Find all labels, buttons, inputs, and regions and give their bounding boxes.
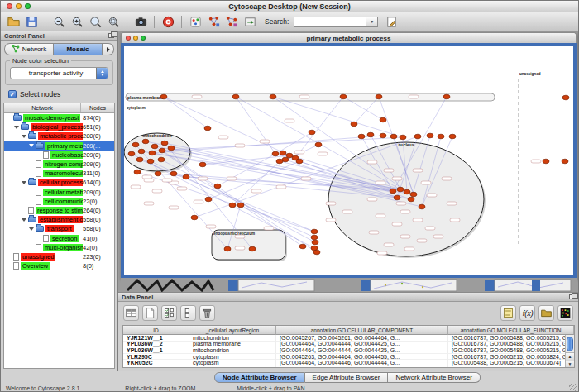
network-node[interactable]: [443, 94, 450, 99]
tab-network[interactable]: Network: [4, 43, 53, 55]
tree-row[interactable]: macromolecule311(0): [4, 169, 114, 178]
float-panel-icon[interactable]: [569, 294, 575, 299]
network-node[interactable]: [232, 94, 239, 99]
network-node[interactable]: [419, 204, 425, 209]
network-node[interactable]: [272, 151, 279, 156]
network-node[interactable]: [410, 192, 417, 197]
network-node[interactable]: [132, 142, 139, 147]
network-node[interactable]: [543, 159, 549, 164]
search-dropdown-button[interactable]: ▼: [366, 17, 378, 27]
table-column-header[interactable]: ID: [123, 326, 189, 335]
network-node[interactable]: [380, 117, 386, 122]
network-node[interactable]: [149, 151, 156, 155]
network-node[interactable]: [367, 132, 374, 137]
search-input[interactable]: [294, 17, 366, 27]
network-node[interactable]: [358, 134, 365, 139]
network-node[interactable]: [138, 149, 145, 154]
network-node[interactable]: [214, 184, 221, 189]
network-node[interactable]: [414, 134, 421, 139]
tree-row[interactable]: cellular process614(0): [4, 178, 114, 187]
network-node[interactable]: [147, 159, 154, 164]
node-color-dropdown[interactable]: transporter activity: [10, 67, 108, 79]
zoom-out-icon[interactable]: [50, 13, 67, 30]
network-node[interactable]: [309, 130, 315, 135]
network-node[interactable]: [397, 187, 404, 192]
network-node[interactable]: [170, 171, 177, 176]
network-node[interactable]: [155, 171, 161, 176]
help-icon[interactable]: [160, 13, 176, 30]
network-node[interactable]: [151, 144, 158, 149]
notes-icon[interactable]: [500, 305, 516, 321]
network-node[interactable]: [136, 157, 143, 162]
unselect-attributes-icon[interactable]: [180, 305, 196, 321]
scroll-down-icon[interactable]: ▼: [566, 361, 574, 368]
network-node[interactable]: [400, 135, 406, 140]
import-attributes-icon[interactable]: [538, 305, 554, 321]
network-node[interactable]: [161, 141, 168, 146]
network-node[interactable]: [270, 94, 276, 99]
tree-row[interactable]: nucleobase-209(0): [4, 151, 114, 160]
table-row[interactable]: YDR039C__1mitochondrion[GO:0044464, GO:0…: [123, 366, 574, 368]
network-window-titlebar[interactable]: primary metabolic process: [121, 32, 577, 43]
tree-row[interactable]: multi-organism pro42(0): [4, 243, 114, 252]
network-node[interactable]: [351, 122, 357, 127]
tab-network-attribute-browser[interactable]: Network Attribute Browser: [388, 372, 480, 383]
tree-row[interactable]: cell communicat22(0): [4, 197, 114, 206]
network-node[interactable]: [160, 94, 167, 99]
network-node[interactable]: [380, 133, 386, 138]
select-attributes-icon[interactable]: [161, 305, 177, 321]
layout-a-icon[interactable]: [205, 13, 222, 30]
zoom-fit-icon[interactable]: [87, 13, 103, 30]
network-node[interactable]: [199, 162, 206, 167]
annotation-icon[interactable]: [383, 13, 400, 30]
disclosure-triangle-icon[interactable]: [22, 181, 26, 184]
network-node[interactable]: [237, 203, 244, 208]
table-column-header[interactable]: annotation.GO CELLULAR_COMPONENT: [276, 326, 448, 335]
network-node[interactable]: [311, 229, 318, 234]
more-tabs-button[interactable]: [103, 43, 114, 55]
table-column-header[interactable]: annotation.GO MOLECULAR_FUNCTION: [448, 326, 574, 335]
layout-b-icon[interactable]: [223, 13, 240, 30]
tree-row[interactable]: response to stimulu264(0): [4, 206, 114, 215]
network-node[interactable]: [311, 235, 318, 240]
table-icon[interactable]: [123, 305, 139, 321]
network-node[interactable]: [159, 148, 165, 153]
tree-row[interactable]: cellular metabo209(0): [4, 188, 114, 197]
tree-row[interactable]: unassigned223(0): [4, 252, 114, 261]
tree-row[interactable]: primary metabo209(...: [4, 141, 114, 151]
matrix-icon[interactable]: [557, 305, 573, 321]
network-node[interactable]: [438, 134, 444, 139]
save-icon[interactable]: [23, 13, 40, 30]
network-node[interactable]: [224, 246, 231, 251]
network-node[interactable]: [313, 250, 320, 255]
tree-row[interactable]: metabolic process280(0): [4, 131, 114, 141]
zoom-in-icon[interactable]: [69, 13, 85, 30]
network-node[interactable]: [128, 151, 135, 156]
disclosure-triangle-icon[interactable]: [14, 126, 19, 129]
network-node[interactable]: [312, 240, 318, 245]
network-node[interactable]: [183, 174, 189, 179]
open-icon[interactable]: [5, 13, 22, 30]
tree-row[interactable]: biological_process651(0): [4, 122, 114, 131]
disclosure-triangle-icon[interactable]: [29, 144, 34, 147]
network-node[interactable]: [394, 195, 400, 200]
scroll-up-icon[interactable]: ▲: [566, 353, 574, 361]
tree-row[interactable]: nitrogen compo209(0): [4, 160, 114, 169]
network-node[interactable]: [427, 133, 433, 138]
tree-row[interactable]: Overview8(0): [4, 261, 114, 270]
network-node[interactable]: [408, 197, 414, 202]
network-node[interactable]: [276, 159, 283, 164]
network-node[interactable]: [205, 197, 212, 202]
tab-node-attribute-browser[interactable]: Node Attribute Browser: [214, 372, 305, 383]
table-column-header[interactable]: _cellularLayoutRegion: [189, 326, 276, 335]
network-node[interactable]: [204, 126, 211, 131]
network-node[interactable]: [390, 134, 397, 139]
tree-column-nodes[interactable]: Nodes: [81, 103, 114, 112]
tree-row[interactable]: establishment of lo558(0): [4, 215, 114, 224]
zoom-selected-icon[interactable]: [105, 13, 122, 30]
network-node[interactable]: [562, 95, 569, 100]
function-builder-icon[interactable]: f(x): [519, 305, 535, 321]
network-node[interactable]: [340, 94, 347, 99]
network-node[interactable]: [299, 244, 306, 249]
vizmapper-icon[interactable]: [187, 13, 203, 30]
